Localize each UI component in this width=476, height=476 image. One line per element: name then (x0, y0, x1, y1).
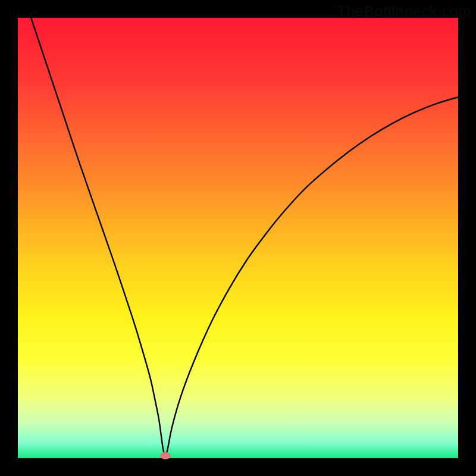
watermark-text: TheBottleneck.com (337, 2, 471, 21)
minimum-marker (160, 452, 171, 459)
plot-area (18, 18, 458, 458)
bottleneck-curve (31, 18, 458, 456)
chart-frame: TheBottleneck.com (0, 0, 476, 476)
curve-layer (18, 18, 458, 458)
